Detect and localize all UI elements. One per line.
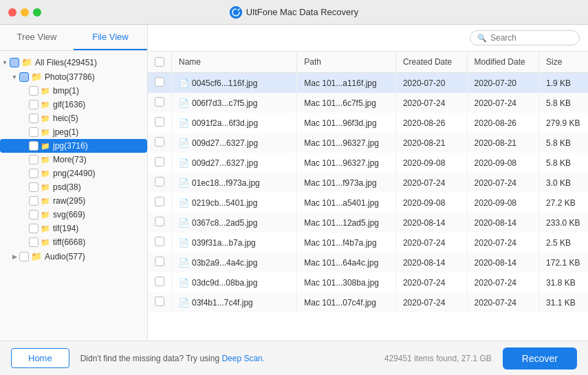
tree-item-jpeg[interactable]: 📁jpeg(1) (0, 125, 147, 139)
tree-item-tiff[interactable]: 📁tiff(6668) (0, 235, 147, 249)
tree-item-jpg[interactable]: 📁jpg(3716) (0, 139, 147, 153)
row-checkbox[interactable] (155, 257, 164, 266)
file-icon: 📄 (179, 278, 189, 288)
maximize-button[interactable] (33, 8, 41, 17)
select-all-checkbox[interactable] (155, 57, 164, 67)
search-input[interactable] (490, 33, 572, 43)
tree-item-gif[interactable]: 📁gif(1636) (0, 98, 147, 111)
cell-modified: 2020-07-24 (467, 292, 538, 312)
cell-size: 5.8 KB (539, 133, 588, 153)
table-row[interactable]: 📄006f7d3...c7f5.jpgMac 101...6c7f5.jpg20… (148, 93, 588, 113)
table-row[interactable]: 📄0045cf6...116f.jpgMac 101...a116f.jpg20… (148, 73, 588, 94)
table-row[interactable]: 📄03dc9d...08ba.jpgMac 101...308ba.jpg202… (148, 272, 588, 292)
minimize-button[interactable] (21, 8, 29, 17)
tree-checkbox[interactable] (29, 169, 39, 178)
tree-item-svg[interactable]: 📁svg(669) (0, 208, 147, 222)
cell-size: 172.1 KB (539, 253, 588, 272)
cell-size: 1.9 KB (539, 73, 588, 94)
folder-icon: 📁 (41, 142, 50, 151)
tree-checkbox[interactable] (29, 114, 39, 123)
col-checkbox (148, 52, 172, 73)
tree-checkbox[interactable] (10, 58, 19, 67)
svg-point-0 (230, 6, 242, 19)
tree-item-photo[interactable]: ▼📁Photo(37786) (0, 69, 147, 84)
file-icon: 📄 (179, 78, 189, 88)
row-checkbox[interactable] (155, 77, 164, 87)
table-row[interactable]: 📄0219cb...5401.jpgMac 101...a5401.jpg202… (148, 193, 588, 213)
tree-label: jpg(3716) (53, 141, 88, 151)
cell-name: 📄0219cb...5401.jpg (172, 193, 297, 213)
row-checkbox[interactable] (155, 137, 164, 147)
tree-checkbox[interactable] (29, 141, 39, 151)
table-row[interactable]: 📄009d27...6327.jpgMac 101...96327.jpg202… (148, 153, 588, 173)
tab-tree-view[interactable]: Tree View (0, 25, 74, 50)
file-icon: 📄 (179, 158, 189, 168)
cell-modified: 2020-08-14 (467, 253, 538, 272)
cell-name: 📄03f4b1...7c4f.jpg (172, 292, 297, 312)
cell-path: Mac 101...96327.jpg (297, 133, 396, 153)
row-checkbox[interactable] (155, 237, 164, 246)
cell-created: 2020-07-24 (395, 173, 467, 193)
row-checkbox[interactable] (155, 157, 164, 167)
tree-item-more[interactable]: 📁More(73) (0, 153, 147, 167)
row-checkbox[interactable] (155, 97, 164, 107)
tab-file-view[interactable]: File View (74, 25, 147, 50)
table-row[interactable]: 📄03f4b1...7c4f.jpgMac 101...07c4f.jpg202… (148, 292, 588, 312)
table-row[interactable]: 📄03b2a9...4a4c.jpgMac 101...64a4c.jpg202… (148, 253, 588, 272)
table-row[interactable]: 📄0367c8...2ad5.jpgMac 101...12ad5.jpg202… (148, 213, 588, 233)
tree-checkbox[interactable] (29, 182, 39, 192)
tree-checkbox[interactable] (29, 210, 39, 219)
tree-checkbox[interactable] (29, 237, 39, 247)
row-checkbox[interactable] (155, 117, 164, 127)
cell-size: 5.8 KB (539, 93, 588, 113)
folder-icon: 📁 (41, 114, 50, 123)
cell-modified: 2020-08-14 (467, 213, 538, 233)
row-checkbox[interactable] (155, 297, 164, 306)
row-checkbox[interactable] (155, 217, 164, 226)
table-row[interactable]: 📄01ec18...f973a.jpgMac 101...f973a.jpg20… (148, 173, 588, 193)
tree-checkbox[interactable] (29, 86, 39, 96)
cell-created: 2020-07-20 (395, 73, 467, 94)
table-row[interactable]: 📄009d27...6327.jpgMac 101...96327.jpg202… (148, 133, 588, 153)
tree-checkbox[interactable] (29, 100, 39, 109)
tree-checkbox[interactable] (29, 224, 39, 233)
tree-item-bmp[interactable]: 📁bmp(1) (0, 84, 147, 98)
cell-path: Mac 101...f973a.jpg (297, 173, 396, 193)
cell-path: Mac 101...64a4c.jpg (297, 253, 396, 272)
tree-checkbox[interactable] (29, 127, 39, 137)
folder-icon: 📁 (41, 169, 50, 178)
table-row[interactable]: 📄0091f2a...6f3d.jpgMac 101...96f3d.jpg20… (148, 113, 588, 133)
folder-icon: 📁 (41, 128, 50, 137)
view-tabs: Tree View File View (0, 25, 147, 51)
cell-modified: 2020-07-24 (467, 173, 538, 193)
close-button[interactable] (8, 8, 17, 17)
cell-modified: 2020-09-08 (467, 153, 538, 173)
tree-item-tif[interactable]: 📁tif(194) (0, 222, 147, 235)
file-table-wrap: Name Path Created Date Modified Date Siz (148, 52, 588, 341)
tree-item-raw[interactable]: 📁raw(295) (0, 194, 147, 208)
tree-checkbox[interactable] (29, 155, 39, 164)
tree-item-heic[interactable]: 📁heic(5) (0, 111, 147, 125)
tree-item-png[interactable]: 📁png(24490) (0, 167, 147, 180)
row-checkbox[interactable] (155, 277, 164, 286)
tree-item-psd[interactable]: 📁psd(38) (0, 180, 147, 194)
bottom-message: Didn't find the missing data? Try using … (80, 354, 373, 363)
tree-checkbox[interactable] (19, 72, 29, 82)
window-controls[interactable] (8, 8, 41, 17)
table-row[interactable]: 📄039f31a...b7a.jpgMac 101...f4b7a.jpg202… (148, 233, 588, 253)
search-box[interactable]: 🔍 (470, 30, 580, 45)
deep-scan-link[interactable]: Deep Scan. (221, 354, 265, 363)
file-icon: 📄 (179, 298, 189, 308)
cell-name: 📄0367c8...2ad5.jpg (172, 213, 297, 233)
tree-item-all-files[interactable]: ▼📁All Files(429451) (0, 55, 147, 69)
cell-path: Mac 101...f4b7a.jpg (297, 233, 396, 253)
home-button[interactable]: Home (11, 348, 69, 368)
tree-checkbox[interactable] (19, 252, 29, 261)
row-checkbox[interactable] (155, 197, 164, 206)
cell-name: 📄0045cf6...116f.jpg (172, 73, 297, 94)
tree-checkbox[interactable] (29, 196, 39, 206)
recover-button[interactable]: Recover (503, 347, 577, 369)
tree-label: Photo(37786) (45, 72, 95, 82)
tree-item-audio[interactable]: ▶📁Audio(577) (0, 249, 147, 264)
row-checkbox[interactable] (155, 177, 164, 186)
